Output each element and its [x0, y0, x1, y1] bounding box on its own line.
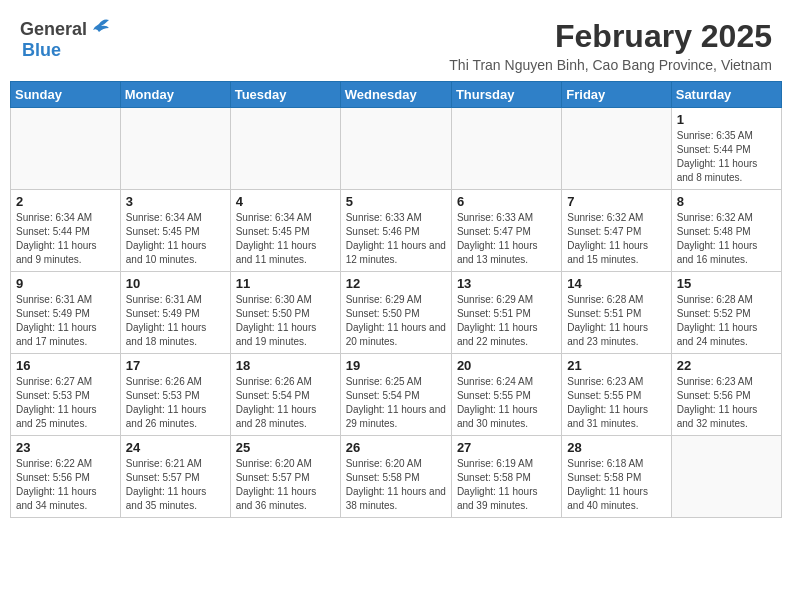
calendar-title: February 2025 — [111, 18, 772, 55]
day-info: Sunrise: 6:18 AMSunset: 5:58 PMDaylight:… — [567, 457, 665, 513]
calendar-day-cell: 5Sunrise: 6:33 AMSunset: 5:46 PMDaylight… — [340, 190, 451, 272]
logo-general-text: General — [20, 19, 87, 40]
day-info: Sunrise: 6:26 AMSunset: 5:53 PMDaylight:… — [126, 375, 225, 431]
calendar-day-cell: 17Sunrise: 6:26 AMSunset: 5:53 PMDayligh… — [120, 354, 230, 436]
calendar-day-cell: 1Sunrise: 6:35 AMSunset: 5:44 PMDaylight… — [671, 108, 781, 190]
day-info: Sunrise: 6:32 AMSunset: 5:47 PMDaylight:… — [567, 211, 665, 267]
calendar-day-cell — [230, 108, 340, 190]
day-number: 10 — [126, 276, 225, 291]
logo-blue-text: Blue — [22, 40, 61, 60]
day-info: Sunrise: 6:29 AMSunset: 5:51 PMDaylight:… — [457, 293, 556, 349]
calendar-week-row: 9Sunrise: 6:31 AMSunset: 5:49 PMDaylight… — [11, 272, 782, 354]
day-number: 12 — [346, 276, 446, 291]
day-info: Sunrise: 6:24 AMSunset: 5:55 PMDaylight:… — [457, 375, 556, 431]
day-number: 3 — [126, 194, 225, 209]
calendar-day-cell: 7Sunrise: 6:32 AMSunset: 5:47 PMDaylight… — [562, 190, 671, 272]
day-info: Sunrise: 6:33 AMSunset: 5:47 PMDaylight:… — [457, 211, 556, 267]
weekday-header: Monday — [120, 82, 230, 108]
day-info: Sunrise: 6:20 AMSunset: 5:58 PMDaylight:… — [346, 457, 446, 513]
calendar-day-cell: 28Sunrise: 6:18 AMSunset: 5:58 PMDayligh… — [562, 436, 671, 518]
calendar-day-cell: 18Sunrise: 6:26 AMSunset: 5:54 PMDayligh… — [230, 354, 340, 436]
calendar-day-cell: 21Sunrise: 6:23 AMSunset: 5:55 PMDayligh… — [562, 354, 671, 436]
day-number: 9 — [16, 276, 115, 291]
day-info: Sunrise: 6:25 AMSunset: 5:54 PMDaylight:… — [346, 375, 446, 431]
calendar-day-cell: 12Sunrise: 6:29 AMSunset: 5:50 PMDayligh… — [340, 272, 451, 354]
day-info: Sunrise: 6:31 AMSunset: 5:49 PMDaylight:… — [16, 293, 115, 349]
day-number: 4 — [236, 194, 335, 209]
calendar-day-cell: 16Sunrise: 6:27 AMSunset: 5:53 PMDayligh… — [11, 354, 121, 436]
day-info: Sunrise: 6:34 AMSunset: 5:45 PMDaylight:… — [236, 211, 335, 267]
weekday-header: Thursday — [451, 82, 561, 108]
weekday-header: Tuesday — [230, 82, 340, 108]
calendar-day-cell: 3Sunrise: 6:34 AMSunset: 5:45 PMDaylight… — [120, 190, 230, 272]
calendar-day-cell — [671, 436, 781, 518]
weekday-header: Sunday — [11, 82, 121, 108]
calendar-day-cell: 10Sunrise: 6:31 AMSunset: 5:49 PMDayligh… — [120, 272, 230, 354]
calendar-day-cell — [120, 108, 230, 190]
day-number: 13 — [457, 276, 556, 291]
calendar-day-cell: 22Sunrise: 6:23 AMSunset: 5:56 PMDayligh… — [671, 354, 781, 436]
calendar-day-cell: 2Sunrise: 6:34 AMSunset: 5:44 PMDaylight… — [11, 190, 121, 272]
day-number: 17 — [126, 358, 225, 373]
calendar-day-cell: 4Sunrise: 6:34 AMSunset: 5:45 PMDaylight… — [230, 190, 340, 272]
day-number: 2 — [16, 194, 115, 209]
day-number: 16 — [16, 358, 115, 373]
day-info: Sunrise: 6:23 AMSunset: 5:55 PMDaylight:… — [567, 375, 665, 431]
day-number: 18 — [236, 358, 335, 373]
day-number: 26 — [346, 440, 446, 455]
day-number: 5 — [346, 194, 446, 209]
calendar-day-cell: 6Sunrise: 6:33 AMSunset: 5:47 PMDaylight… — [451, 190, 561, 272]
day-number: 22 — [677, 358, 776, 373]
day-number: 8 — [677, 194, 776, 209]
day-number: 27 — [457, 440, 556, 455]
logo-bird-icon — [89, 18, 111, 40]
day-info: Sunrise: 6:31 AMSunset: 5:49 PMDaylight:… — [126, 293, 225, 349]
calendar-day-cell: 23Sunrise: 6:22 AMSunset: 5:56 PMDayligh… — [11, 436, 121, 518]
day-number: 21 — [567, 358, 665, 373]
calendar-subtitle: Thi Tran Nguyen Binh, Cao Bang Province,… — [111, 57, 772, 73]
calendar-header-row: SundayMondayTuesdayWednesdayThursdayFrid… — [11, 82, 782, 108]
calendar-day-cell: 14Sunrise: 6:28 AMSunset: 5:51 PMDayligh… — [562, 272, 671, 354]
day-number: 1 — [677, 112, 776, 127]
day-info: Sunrise: 6:34 AMSunset: 5:45 PMDaylight:… — [126, 211, 225, 267]
weekday-header: Wednesday — [340, 82, 451, 108]
day-info: Sunrise: 6:28 AMSunset: 5:52 PMDaylight:… — [677, 293, 776, 349]
calendar-day-cell: 27Sunrise: 6:19 AMSunset: 5:58 PMDayligh… — [451, 436, 561, 518]
day-info: Sunrise: 6:30 AMSunset: 5:50 PMDaylight:… — [236, 293, 335, 349]
day-number: 28 — [567, 440, 665, 455]
calendar-week-row: 16Sunrise: 6:27 AMSunset: 5:53 PMDayligh… — [11, 354, 782, 436]
calendar-week-row: 2Sunrise: 6:34 AMSunset: 5:44 PMDaylight… — [11, 190, 782, 272]
calendar-header: General Blue February 2025 Thi Tran Nguy… — [10, 10, 782, 77]
calendar-day-cell: 11Sunrise: 6:30 AMSunset: 5:50 PMDayligh… — [230, 272, 340, 354]
day-info: Sunrise: 6:32 AMSunset: 5:48 PMDaylight:… — [677, 211, 776, 267]
day-info: Sunrise: 6:19 AMSunset: 5:58 PMDaylight:… — [457, 457, 556, 513]
day-info: Sunrise: 6:29 AMSunset: 5:50 PMDaylight:… — [346, 293, 446, 349]
calendar-day-cell: 19Sunrise: 6:25 AMSunset: 5:54 PMDayligh… — [340, 354, 451, 436]
day-number: 6 — [457, 194, 556, 209]
day-number: 19 — [346, 358, 446, 373]
day-info: Sunrise: 6:21 AMSunset: 5:57 PMDaylight:… — [126, 457, 225, 513]
day-number: 11 — [236, 276, 335, 291]
day-number: 14 — [567, 276, 665, 291]
day-info: Sunrise: 6:27 AMSunset: 5:53 PMDaylight:… — [16, 375, 115, 431]
calendar-week-row: 1Sunrise: 6:35 AMSunset: 5:44 PMDaylight… — [11, 108, 782, 190]
calendar-week-row: 23Sunrise: 6:22 AMSunset: 5:56 PMDayligh… — [11, 436, 782, 518]
day-info: Sunrise: 6:33 AMSunset: 5:46 PMDaylight:… — [346, 211, 446, 267]
day-info: Sunrise: 6:22 AMSunset: 5:56 PMDaylight:… — [16, 457, 115, 513]
day-info: Sunrise: 6:34 AMSunset: 5:44 PMDaylight:… — [16, 211, 115, 267]
calendar-day-cell — [340, 108, 451, 190]
day-info: Sunrise: 6:23 AMSunset: 5:56 PMDaylight:… — [677, 375, 776, 431]
calendar-day-cell — [562, 108, 671, 190]
calendar-day-cell: 13Sunrise: 6:29 AMSunset: 5:51 PMDayligh… — [451, 272, 561, 354]
day-info: Sunrise: 6:35 AMSunset: 5:44 PMDaylight:… — [677, 129, 776, 185]
day-info: Sunrise: 6:20 AMSunset: 5:57 PMDaylight:… — [236, 457, 335, 513]
day-info: Sunrise: 6:28 AMSunset: 5:51 PMDaylight:… — [567, 293, 665, 349]
day-info: Sunrise: 6:26 AMSunset: 5:54 PMDaylight:… — [236, 375, 335, 431]
day-number: 23 — [16, 440, 115, 455]
calendar-day-cell: 25Sunrise: 6:20 AMSunset: 5:57 PMDayligh… — [230, 436, 340, 518]
logo: General Blue — [20, 18, 111, 61]
calendar-day-cell: 9Sunrise: 6:31 AMSunset: 5:49 PMDaylight… — [11, 272, 121, 354]
day-number: 7 — [567, 194, 665, 209]
title-area: February 2025 Thi Tran Nguyen Binh, Cao … — [111, 18, 772, 73]
calendar-day-cell: 26Sunrise: 6:20 AMSunset: 5:58 PMDayligh… — [340, 436, 451, 518]
